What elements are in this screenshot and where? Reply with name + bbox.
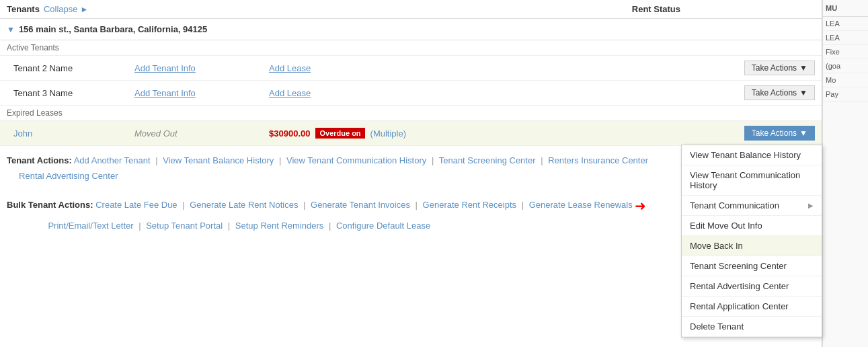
property-row: ▼ 156 main st., Santa Barbara, Californi… <box>0 19 822 40</box>
right-panel: MU LEA LEA Fixe (goa Mo Pay <box>822 0 868 347</box>
right-panel-item-3: Fixe <box>823 45 868 59</box>
dropdown-move-back-in[interactable]: Move Back In <box>682 236 822 256</box>
dropdown-arrow-icon: ▼ <box>799 63 807 73</box>
setup-tenant-portal-link[interactable]: Setup Tenant Portal <box>146 221 223 231</box>
overdue-badge: Overdue on <box>315 128 364 139</box>
table-row: Tenant 3 Name Add Tenant Info Add Lease … <box>0 81 822 106</box>
dropdown-tenant-screening-center[interactable]: Tenant Screening Center <box>682 256 822 276</box>
right-panel-item-6: Pay <box>823 87 868 102</box>
dropdown-edit-move-out-info[interactable]: Edit Move Out Info <box>682 216 822 236</box>
right-panel-item-2: LEA <box>823 31 868 45</box>
tenant-actions-label: Tenant Actions: <box>7 155 72 165</box>
dropdown-view-comm-history[interactable]: View Tenant Communication History <box>682 165 822 196</box>
tenant-name: Tenant 2 Name <box>13 63 134 73</box>
take-actions-dropdown: View Tenant Balance History View Tenant … <box>681 145 822 338</box>
table-row: John Moved Out $30900.00 Overdue on (Mul… <box>0 121 822 146</box>
add-lease-link-2[interactable]: Add Lease <box>269 88 390 98</box>
add-lease-link-1[interactable]: Add Lease <box>269 63 390 73</box>
dropdown-arrow-icon: ▼ <box>799 88 807 98</box>
tenant-balance: $30900.00 <box>269 128 310 139</box>
take-actions-button-2[interactable]: Take Actions ▼ <box>744 85 815 100</box>
dropdown-arrow-icon: ▼ <box>799 128 807 138</box>
dropdown-view-balance-history[interactable]: View Tenant Balance History <box>682 145 822 165</box>
configure-default-lease-link[interactable]: Configure Default Lease <box>336 221 430 231</box>
dropdown-delete-tenant[interactable]: Delete Tenant <box>682 317 822 337</box>
moved-out-status: Moved Out <box>134 128 269 139</box>
view-tenant-comm-history-link[interactable]: View Tenant Communication History <box>286 155 426 165</box>
tenant-john-name[interactable]: John <box>13 128 134 139</box>
property-arrow-icon: ▼ <box>7 25 15 34</box>
table-row: Tenant 2 Name Add Tenant Info Add Lease … <box>0 56 822 81</box>
tenant-name: Tenant 3 Name <box>13 88 134 98</box>
rent-status-label: Rent Status <box>632 4 815 14</box>
generate-late-rent-link[interactable]: Generate Late Rent Notices <box>190 200 298 210</box>
right-panel-top: MU <box>823 0 868 17</box>
add-tenant-info-link-2[interactable]: Add Tenant Info <box>134 88 269 98</box>
add-another-tenant-link[interactable]: Add Another Tenant <box>74 155 151 165</box>
create-late-fee-link[interactable]: Create Late Fee Due <box>95 200 177 210</box>
take-actions-button-john[interactable]: Take Actions ▼ <box>744 126 815 141</box>
setup-rent-reminders-link[interactable]: Setup Rent Reminders <box>235 221 324 231</box>
dropdown-tenant-communication[interactable]: Tenant Communication <box>682 196 822 216</box>
renters-insurance-center-link[interactable]: Renters Insurance Center <box>548 155 648 165</box>
expired-leases-section: Expired Leases <box>0 106 822 121</box>
rental-advertising-center-link[interactable]: Rental Advertising Center <box>19 171 118 181</box>
collapse-button[interactable]: Collapse <box>44 4 78 14</box>
generate-tenant-invoices-link[interactable]: Generate Tenant Invoices <box>311 200 410 210</box>
active-tenants-section: Active Tenants <box>0 40 822 56</box>
red-arrow-icon: ➜ <box>635 194 646 218</box>
right-panel-item-4: (goa <box>823 59 868 73</box>
print-email-text-link[interactable]: Print/Email/Text Letter <box>48 221 133 231</box>
collapse-arrow-icon: ► <box>80 5 88 14</box>
tenant-screening-center-link[interactable]: Tenant Screening Center <box>439 155 536 165</box>
dropdown-rental-advertising-center[interactable]: Rental Advertising Center <box>682 276 822 297</box>
bulk-actions-label: Bulk Tenant Actions: <box>7 200 93 210</box>
header-row: Tenants Collapse ► Rent Status <box>0 0 822 19</box>
right-panel-item-1: LEA <box>823 17 868 31</box>
add-tenant-info-link-1[interactable]: Add Tenant Info <box>134 63 269 73</box>
multiple-link[interactable]: (Multiple) <box>370 128 406 139</box>
dropdown-rental-application-center[interactable]: Rental Application Center <box>682 297 822 317</box>
take-actions-button-1[interactable]: Take Actions ▼ <box>744 61 815 75</box>
generate-lease-renewals-link[interactable]: Generate Lease Renewals <box>529 200 633 210</box>
view-tenant-balance-history-link[interactable]: View Tenant Balance History <box>163 155 274 165</box>
tenants-label: Tenants <box>7 4 40 14</box>
property-address: 156 main st., Santa Barbara, California,… <box>19 24 207 34</box>
right-panel-item-5: Mo <box>823 73 868 87</box>
generate-rent-receipts-link[interactable]: Generate Rent Receipts <box>423 200 516 210</box>
